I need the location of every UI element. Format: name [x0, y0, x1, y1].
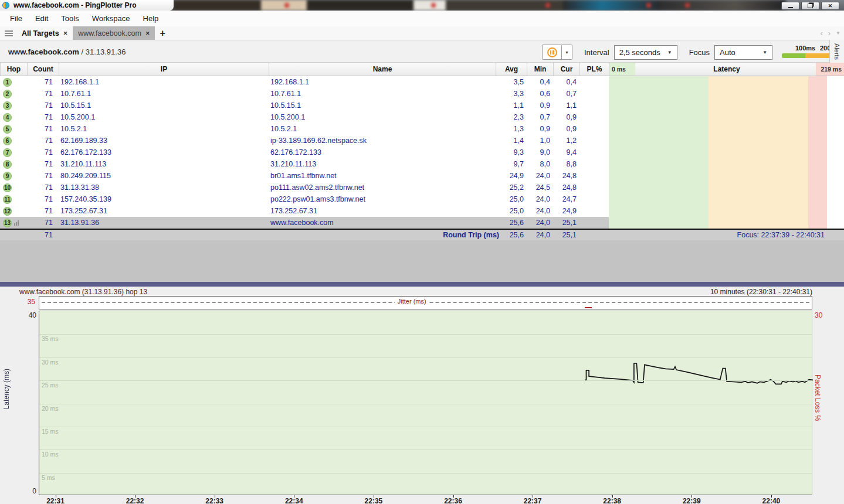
table-row-hop-9[interactable]: 97180.249.209.115br01.ams1.tfbnw.net24,9… [0, 170, 844, 182]
ip-cell: 10.5.200.1 [60, 111, 95, 123]
count-cell: 71 [27, 135, 53, 147]
tab-close-icon[interactable]: ✕ [145, 30, 150, 36]
tab-scroll-left-icon[interactable]: ‹ [820, 29, 822, 37]
gridline-label-30ms: 30 ms [42, 359, 59, 366]
avg-cell: 1,4 [496, 135, 524, 147]
table-row-hop-6[interactable]: 67162.169.189.33ip-33.189.169.62.netspac… [0, 135, 844, 147]
restore-icon [808, 4, 813, 8]
pause-dropdown-button[interactable]: ▼ [562, 45, 572, 60]
interval-select[interactable]: 2,5 seconds ▼ [614, 45, 677, 60]
menu-help[interactable]: Help [137, 11, 165, 26]
cur-cell: 24,9 [553, 205, 577, 217]
tab-list-dropdown-icon[interactable]: ▼ [836, 29, 840, 37]
avg-cell: 9,3 [496, 147, 524, 158]
column-header-cur[interactable]: Cur [553, 63, 579, 76]
column-header-count[interactable]: Count [27, 63, 59, 76]
count-cell: 71 [27, 217, 53, 229]
alerts-side-tab[interactable]: Alerts [829, 40, 844, 64]
time-tick-label: 22:37 [524, 497, 542, 504]
menu-tools[interactable]: Tools [55, 11, 85, 26]
cur-cell: 8,8 [553, 158, 577, 170]
timeline-plot[interactable]: 35 ms30 ms25 ms20 ms15 ms10 ms5 ms [39, 311, 812, 495]
gridline-label-20ms: 20 ms [42, 405, 59, 412]
name-cell: ip-33.189.169.62.netspace.sk [270, 135, 367, 147]
gridline-label-15ms: 15 ms [42, 428, 59, 435]
latency-axis-min: 0 [18, 487, 36, 495]
table-row-hop-7[interactable]: 77162.176.172.13362.176.172.1339,39,09,4 [0, 147, 844, 158]
cur-cell: 24,8 [553, 182, 577, 193]
count-cell: 71 [27, 123, 53, 135]
window-title-chip: www.facebook.com - PingPlotter Pro [0, 0, 174, 11]
table-row-hop-5[interactable]: 57110.5.2.110.5.2.11,30,90,9 [0, 123, 844, 135]
tab-scroll-right-icon[interactable]: › [828, 29, 831, 37]
column-header-hop[interactable]: Hop [0, 63, 27, 76]
avg-cell: 9,7 [496, 158, 524, 170]
chevron-down-icon: ▼ [762, 50, 767, 55]
menu-file[interactable]: File [4, 11, 29, 26]
focus-select[interactable]: Auto ▼ [714, 45, 772, 60]
min-cell: 24,0 [527, 170, 550, 182]
target-title: www.facebook.com / 31.13.91.36 [8, 47, 126, 56]
table-row-hop-4[interactable]: 47110.5.200.110.5.200.12,30,70,9 [0, 111, 844, 123]
collapsed-graphs-area [0, 240, 844, 282]
hamburger-icon[interactable] [5, 26, 13, 40]
ip-cell: 10.5.15.1 [60, 100, 91, 111]
column-header-name[interactable]: Name [269, 63, 496, 76]
pane-splitter[interactable] [0, 282, 844, 287]
summary-avg: 25,6 [496, 230, 524, 240]
count-cell: 71 [27, 147, 53, 158]
table-row-hop-11[interactable]: 1171157.240.35.139po222.psw01.ams3.tfbnw… [0, 193, 844, 205]
time-tick-label: 22:31 [46, 497, 65, 504]
interval-label: Interval [584, 48, 609, 57]
latency-axis-max: 40 [18, 311, 36, 319]
min-cell: 24,0 [527, 205, 550, 217]
tab-www-facebook-com[interactable]: www.facebook.com✕ [73, 26, 155, 40]
latency-column-title: Latency [609, 63, 844, 76]
column-header-avg[interactable]: Avg [496, 63, 527, 76]
column-header-min[interactable]: Min [527, 63, 553, 76]
jitter-axis-max: 35 [16, 298, 35, 306]
column-header-latency[interactable]: 0 ms Latency 219 ms [609, 63, 844, 76]
hop-badge: 6 [3, 137, 12, 145]
min-cell: 9,0 [527, 147, 550, 158]
cur-cell: 0,9 [553, 111, 577, 123]
min-cell: 24,5 [527, 182, 550, 193]
gridline-label-35ms: 35 ms [42, 335, 59, 342]
column-header-ip[interactable]: IP [59, 63, 269, 76]
min-cell: 0,6 [527, 88, 550, 100]
table-row-hop-1[interactable]: 171192.168.1.1192.168.1.13,50,40,4 [0, 76, 844, 88]
minimize-button[interactable] [781, 2, 799, 10]
pause-button[interactable] [542, 45, 562, 60]
column-header-pl[interactable]: PL% [579, 63, 609, 76]
target-host: www.facebook.com [8, 47, 79, 56]
avg-cell: 3,5 [496, 76, 524, 88]
min-cell: 0,9 [527, 100, 550, 111]
time-tick-label: 22:33 [205, 497, 223, 504]
table-row-hop-13[interactable]: 137131.13.91.36www.facebook.com25,624,02… [0, 217, 844, 229]
gridline-35ms [39, 334, 812, 335]
hop-badge: 7 [3, 148, 12, 157]
cur-cell: 0,7 [553, 88, 577, 100]
cur-cell: 1,2 [553, 135, 577, 147]
time-tick-label: 22:32 [126, 497, 144, 504]
menu-workspace[interactable]: Workspace [86, 11, 137, 26]
menu-edit[interactable]: Edit [29, 11, 55, 26]
new-tab-button[interactable]: + [155, 26, 170, 40]
tab-close-icon[interactable]: ✕ [63, 30, 68, 36]
pause-icon [547, 47, 557, 57]
maximize-button[interactable] [801, 2, 819, 10]
name-cell: www.facebook.com [270, 217, 334, 229]
table-row-hop-12[interactable]: 1271173.252.67.31173.252.67.3125,024,024… [0, 205, 844, 217]
table-row-hop-10[interactable]: 107131.13.31.38po111.asw02.ams2.tfbnw.ne… [0, 182, 844, 193]
avg-cell: 25,0 [496, 193, 524, 205]
table-row-hop-8[interactable]: 87131.210.11.11331.210.11.1139,78,08,8 [0, 158, 844, 170]
name-cell: 10.5.200.1 [270, 111, 305, 123]
hop-badge: 11 [3, 195, 12, 204]
table-row-hop-3[interactable]: 37110.5.15.110.5.15.11,10,91,1 [0, 100, 844, 111]
count-cell: 71 [27, 182, 53, 193]
tab-all-targets[interactable]: All Targets✕ [16, 26, 73, 40]
close-button[interactable]: ✕ [821, 2, 839, 10]
table-row-hop-2[interactable]: 27110.7.61.110.7.61.13,30,60,7 [0, 88, 844, 100]
hop-badge: 4 [3, 113, 12, 122]
avg-cell: 3,3 [496, 88, 524, 100]
